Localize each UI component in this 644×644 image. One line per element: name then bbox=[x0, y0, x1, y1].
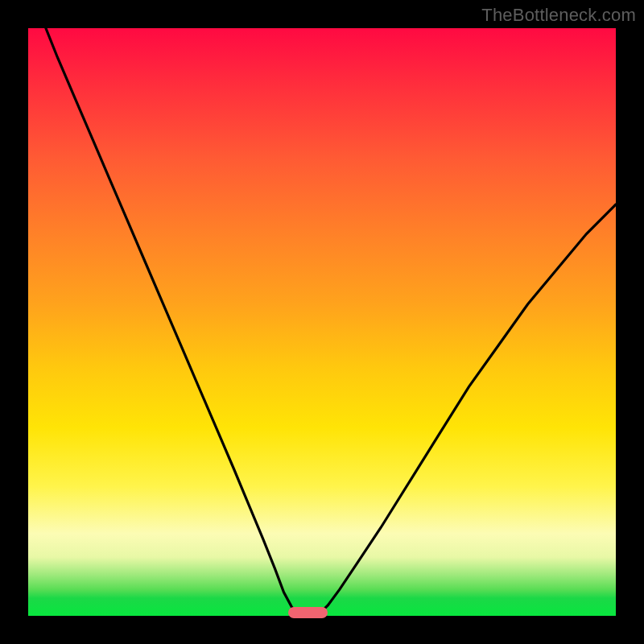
bottleneck-marker bbox=[288, 607, 327, 618]
curve-right-branch bbox=[317, 204, 616, 615]
bottleneck-curve bbox=[28, 28, 616, 616]
chart-frame: TheBottleneck.com bbox=[0, 0, 644, 644]
plot-area bbox=[28, 28, 616, 616]
curve-left-branch bbox=[46, 28, 299, 615]
watermark-text: TheBottleneck.com bbox=[481, 5, 636, 26]
